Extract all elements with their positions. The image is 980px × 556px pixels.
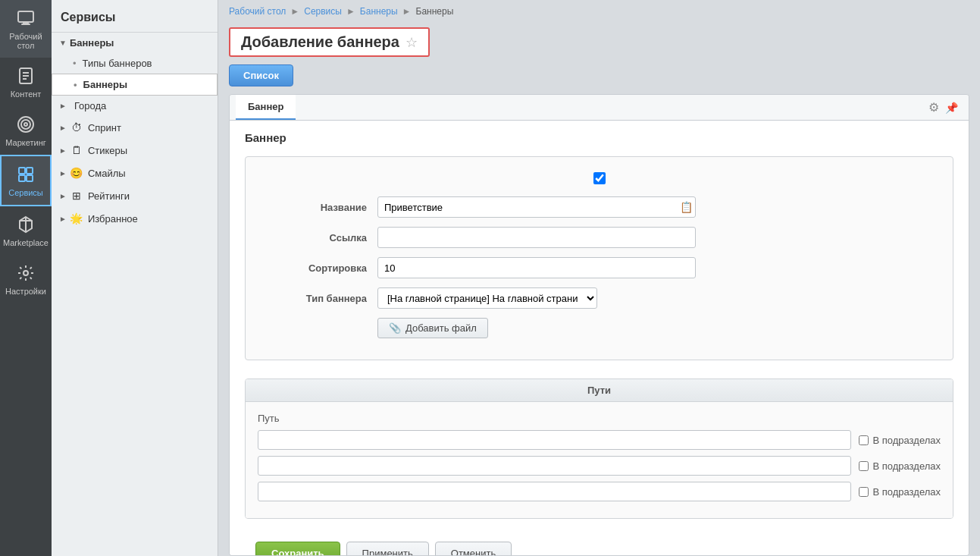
main-content: Рабочий стол ► Сервисы ► Баннеры ► Банне… bbox=[218, 0, 980, 556]
save-button[interactable]: Сохранить bbox=[255, 542, 340, 556]
apply-button[interactable]: Применить bbox=[346, 542, 429, 556]
sidebar-label-settings: Настройки bbox=[5, 287, 46, 296]
sort-label: Сортировка bbox=[268, 262, 367, 274]
path-checkbox-label-2: В подразделах bbox=[859, 460, 941, 472]
tab-banner[interactable]: Баннер bbox=[236, 95, 296, 120]
active-checkbox-row bbox=[268, 172, 930, 184]
form-body: Название 📋 Ссылка Сортировка bbox=[245, 156, 953, 360]
sidebar-label-services: Сервисы bbox=[8, 188, 43, 197]
marketing-icon bbox=[15, 114, 36, 135]
path-subdirs-label-1: В подразделах bbox=[872, 435, 941, 446]
type-select[interactable]: [На главной странице] На главной страниц… bbox=[377, 287, 597, 309]
breadcrumb-banners[interactable]: Баннеры bbox=[360, 6, 398, 17]
breadcrumb: Рабочий стол ► Сервисы ► Баннеры ► Банне… bbox=[218, 0, 980, 23]
paths-header: Пути bbox=[246, 379, 953, 402]
sidebar-item-desktop[interactable]: Рабочий стол bbox=[0, 0, 52, 58]
path-input-2[interactable] bbox=[258, 456, 851, 476]
nav-ratings-label: Рейтинги bbox=[88, 190, 130, 202]
settings-icon bbox=[15, 262, 36, 284]
svg-rect-10 bbox=[19, 168, 25, 174]
svg-rect-11 bbox=[27, 168, 33, 174]
breadcrumb-current: Баннеры bbox=[416, 6, 454, 17]
nav-favorites-label: Избранное bbox=[88, 213, 138, 225]
desktop-icon bbox=[15, 8, 36, 29]
nav-cities-label: Города bbox=[74, 100, 106, 112]
favorite-star-icon[interactable]: ☆ bbox=[405, 34, 418, 51]
tab-banner-label: Баннер bbox=[248, 101, 283, 112]
tab-actions: ⚙ 📌 bbox=[928, 100, 963, 115]
bottom-actions-bar: Сохранить Применить Отменить 📌 bbox=[230, 526, 969, 556]
add-file-button[interactable]: 📎 Добавить файл bbox=[377, 318, 488, 338]
nav-stickers-label: Стикеры bbox=[88, 145, 127, 156]
nav-panel-title: Сервисы bbox=[52, 0, 218, 33]
marketplace-icon bbox=[15, 214, 36, 235]
nav-banners[interactable]: • Баннеры bbox=[52, 74, 218, 96]
nav-banners-group-label: Баннеры bbox=[70, 37, 114, 49]
sort-row: Сортировка bbox=[268, 257, 930, 278]
sidebar-label-content: Контент bbox=[11, 90, 42, 99]
breadcrumb-desktop[interactable]: Рабочий стол bbox=[229, 6, 286, 17]
nav-stickers[interactable]: ► 🗒 Стикеры bbox=[52, 139, 218, 162]
add-file-label: Добавить файл bbox=[405, 322, 477, 334]
nav-smileys[interactable]: ► 😊 Смайлы bbox=[52, 162, 218, 184]
nav-banners-group[interactable]: ▼ Баннеры bbox=[52, 33, 218, 53]
tab-bar: Баннер ⚙ 📌 bbox=[230, 95, 969, 121]
banners-group-arrow: ▼ bbox=[59, 39, 67, 47]
svg-rect-2 bbox=[21, 24, 30, 25]
sidebar-label-desktop: Рабочий стол bbox=[4, 32, 48, 50]
nav-sprint-label: Спринт bbox=[88, 122, 121, 134]
cities-arrow: ► bbox=[59, 102, 67, 110]
pin-icon[interactable]: 📌 bbox=[945, 102, 958, 114]
form-section-title: Баннер bbox=[245, 131, 953, 144]
nav-favorites[interactable]: ► 🌟 Избранное bbox=[52, 207, 218, 230]
path-input-3[interactable] bbox=[258, 482, 851, 501]
link-input[interactable] bbox=[377, 227, 696, 248]
page-title-box: Добавление баннера ☆ bbox=[229, 27, 430, 57]
nav-banner-types[interactable]: • Типы баннеров bbox=[52, 53, 218, 74]
name-input[interactable] bbox=[377, 196, 696, 218]
sort-input[interactable] bbox=[377, 257, 696, 278]
nav-sprint[interactable]: ► ⏱ Спринт bbox=[52, 116, 218, 139]
page-header: Добавление баннера ☆ bbox=[218, 23, 980, 64]
svg-rect-0 bbox=[18, 11, 33, 22]
sidebar-item-settings[interactable]: Настройки bbox=[0, 255, 52, 303]
paperclip-icon: 📎 bbox=[389, 322, 401, 334]
path-column-label: Путь bbox=[258, 413, 941, 424]
services-icon bbox=[15, 164, 36, 185]
link-row: Ссылка bbox=[268, 227, 930, 248]
cancel-button[interactable]: Отменить bbox=[435, 542, 512, 556]
path-row-2: В подразделах bbox=[258, 456, 941, 476]
list-button[interactable]: Список bbox=[229, 64, 293, 86]
svg-point-8 bbox=[21, 120, 30, 129]
path-row-1: В подразделах bbox=[258, 430, 941, 450]
path-checkbox-1[interactable] bbox=[859, 435, 869, 445]
path-row-3: В подразделах bbox=[258, 482, 941, 501]
path-input-1[interactable] bbox=[258, 430, 851, 450]
nav-ratings[interactable]: ► ⊞ Рейтинги bbox=[52, 184, 218, 207]
type-row: Тип баннера [На главной странице] На гла… bbox=[268, 287, 930, 309]
favorites-arrow: ► bbox=[59, 215, 67, 223]
path-checkbox-2[interactable] bbox=[859, 461, 869, 471]
nav-cities[interactable]: ► Города bbox=[52, 96, 218, 116]
paths-section: Пути Путь В подразделах В подразделах bbox=[245, 379, 953, 519]
toolbar: Список bbox=[218, 64, 980, 94]
name-input-icon[interactable]: 📋 bbox=[680, 201, 693, 213]
gear-icon[interactable]: ⚙ bbox=[928, 100, 939, 115]
sidebar-item-marketing[interactable]: Маркетинг bbox=[0, 106, 52, 155]
svg-point-9 bbox=[24, 123, 27, 126]
form-section: Баннер Название 📋 Ссылка bbox=[230, 121, 969, 371]
sidebar-item-marketplace[interactable]: Marketplace bbox=[0, 206, 52, 255]
nav-smileys-label: Смайлы bbox=[88, 168, 126, 179]
type-label: Тип баннера bbox=[268, 293, 367, 304]
sidebar-item-content[interactable]: Контент bbox=[0, 58, 52, 106]
svg-point-14 bbox=[23, 271, 28, 275]
active-checkbox[interactable] bbox=[593, 172, 606, 184]
sprint-arrow: ► bbox=[59, 124, 67, 132]
sidebar-item-services[interactable]: Сервисы bbox=[0, 155, 52, 206]
ratings-arrow: ► bbox=[59, 192, 67, 200]
sprint-icon: ⏱ bbox=[70, 121, 83, 134]
add-file-row: 📎 Добавить файл bbox=[268, 318, 930, 338]
breadcrumb-services[interactable]: Сервисы bbox=[304, 6, 342, 17]
svg-rect-12 bbox=[19, 175, 25, 181]
path-checkbox-3[interactable] bbox=[859, 487, 869, 497]
